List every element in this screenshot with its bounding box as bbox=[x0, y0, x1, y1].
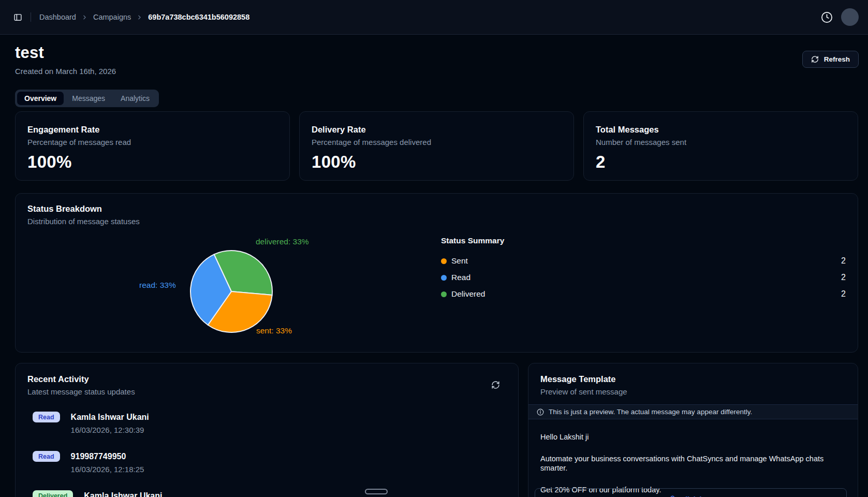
recent-activity-card: Recent Activity Latest message status up… bbox=[15, 363, 519, 497]
status-breakdown-title: Status Breakdown bbox=[27, 204, 858, 214]
campaign-dashboard: Dashboard Campaigns 69b7a738cbc6341b5609… bbox=[0, 0, 868, 497]
summary-label: Delivered bbox=[451, 289, 485, 299]
summary-label: Read bbox=[451, 273, 470, 282]
refresh-icon bbox=[811, 55, 819, 63]
delivery-rate-card: Delivery Rate Percentage of messages del… bbox=[299, 111, 574, 181]
activity-item: Delivered Kamla Ishwar Ukani 16/03/2026,… bbox=[27, 490, 518, 497]
summary-row-read: Read 2 bbox=[441, 269, 846, 286]
status-summary: Status Summary Sent 2 Read 2 Delivere bbox=[441, 236, 846, 302]
message-line: Hello Lakshit ji bbox=[540, 432, 846, 442]
click-here-button[interactable]: Click here bbox=[535, 488, 847, 497]
activity-name: 919987749950 bbox=[71, 451, 144, 462]
refresh-button[interactable]: Refresh bbox=[802, 51, 859, 68]
stat-title: Total Messages bbox=[596, 125, 845, 135]
activity-name: Kamla Ishwar Ukani bbox=[71, 412, 149, 422]
stat-subtitle: Percentage of messages read bbox=[27, 138, 277, 147]
activity-time: 16/03/2026, 12:18:25 bbox=[71, 465, 144, 474]
message-template-card: Message Template Preview of sent message… bbox=[528, 363, 858, 497]
status-breakdown-card: Status Breakdown Distribution of message… bbox=[15, 193, 858, 353]
tab-messages[interactable]: Messages bbox=[65, 92, 112, 105]
preview-notice-text: This is just a preview. The actual messa… bbox=[549, 408, 752, 416]
info-icon bbox=[537, 408, 544, 416]
top-bar: Dashboard Campaigns 69b7a738cbc6341b5609… bbox=[0, 0, 868, 35]
header-actions bbox=[821, 8, 859, 26]
pie-label-sent: sent: 33% bbox=[256, 326, 292, 335]
status-badge: Read bbox=[33, 412, 60, 422]
main-content: test Created on March 16th, 2026 Refresh… bbox=[0, 35, 868, 497]
status-badge: Delivered bbox=[33, 490, 73, 497]
created-date: Created on March 16th, 2026 bbox=[15, 67, 858, 76]
message-preview-body: Hello Lakshit ji Automate your business … bbox=[528, 432, 858, 494]
pie-label-read: read: 33% bbox=[139, 281, 176, 290]
tab-bar: Overview Messages Analytics bbox=[15, 90, 159, 107]
avatar[interactable] bbox=[841, 8, 859, 26]
pie-label-delivered: delivered: 33% bbox=[256, 237, 309, 246]
legend-dot-sent bbox=[441, 258, 447, 264]
clock-icon[interactable] bbox=[821, 11, 833, 23]
activity-item: Read 919987749950 16/03/2026, 12:18:25 bbox=[27, 451, 518, 490]
stat-value: 100% bbox=[27, 152, 277, 172]
stat-value: 100% bbox=[312, 152, 561, 172]
header-divider bbox=[31, 12, 31, 22]
activity-item: Read Kamla Ishwar Ukani 16/03/2026, 12:3… bbox=[27, 412, 518, 451]
total-messages-card: Total Messages Number of messages sent 2 bbox=[583, 111, 858, 181]
stat-title: Delivery Rate bbox=[312, 125, 561, 135]
tab-analytics[interactable]: Analytics bbox=[113, 92, 157, 105]
scroll-indicator[interactable] bbox=[365, 489, 388, 494]
breadcrumb: Dashboard Campaigns 69b7a738cbc6341b5609… bbox=[39, 13, 249, 21]
summary-count: 2 bbox=[841, 256, 846, 266]
activity-time: 16/03/2026, 12:30:39 bbox=[71, 426, 149, 434]
stat-subtitle: Percentage of messages delivered bbox=[312, 138, 561, 147]
legend-dot-read bbox=[441, 275, 447, 281]
summary-row-delivered: Delivered 2 bbox=[441, 286, 846, 302]
breadcrumb-campaigns[interactable]: Campaigns bbox=[93, 13, 131, 21]
chevron-right-icon bbox=[81, 14, 88, 21]
recent-activity-title: Recent Activity bbox=[27, 374, 518, 384]
message-line: Automate your business conversations wit… bbox=[540, 454, 846, 473]
sidebar-toggle-icon[interactable] bbox=[13, 13, 22, 22]
bottom-row: Recent Activity Latest message status up… bbox=[15, 363, 858, 497]
activity-name: Kamla Ishwar Ukani bbox=[84, 491, 162, 497]
tab-overview[interactable]: Overview bbox=[17, 92, 64, 105]
activity-refresh-icon[interactable] bbox=[491, 381, 500, 389]
stat-value: 2 bbox=[596, 152, 845, 172]
breadcrumb-campaign-id: 69b7a738cbc6341b56092858 bbox=[148, 13, 249, 21]
page-title: test bbox=[15, 43, 858, 62]
chevron-right-icon bbox=[136, 14, 143, 21]
breadcrumb-dashboard[interactable]: Dashboard bbox=[39, 13, 76, 21]
summary-count: 2 bbox=[841, 289, 846, 299]
status-summary-title: Status Summary bbox=[441, 236, 846, 245]
message-template-subtitle: Preview of sent message bbox=[540, 387, 858, 396]
summary-row-sent: Sent 2 bbox=[441, 253, 846, 269]
summary-count: 2 bbox=[841, 273, 846, 282]
stat-title: Engagement Rate bbox=[27, 125, 277, 135]
status-badge: Read bbox=[33, 451, 60, 462]
engagement-rate-card: Engagement Rate Percentage of messages r… bbox=[15, 111, 290, 181]
message-template-title: Message Template bbox=[540, 374, 858, 384]
summary-label: Sent bbox=[451, 256, 468, 266]
status-pie-chart bbox=[189, 249, 274, 334]
stat-subtitle: Number of messages sent bbox=[596, 138, 845, 147]
recent-activity-subtitle: Latest message status updates bbox=[27, 387, 518, 396]
preview-notice-banner: This is just a preview. The actual messa… bbox=[528, 404, 858, 419]
stat-cards-row: Engagement Rate Percentage of messages r… bbox=[15, 111, 858, 181]
legend-dot-delivered bbox=[441, 291, 447, 297]
refresh-button-label: Refresh bbox=[824, 55, 850, 63]
activity-list: Read Kamla Ishwar Ukani 16/03/2026, 12:3… bbox=[27, 412, 518, 497]
status-breakdown-subtitle: Distribution of message statuses bbox=[27, 217, 858, 226]
